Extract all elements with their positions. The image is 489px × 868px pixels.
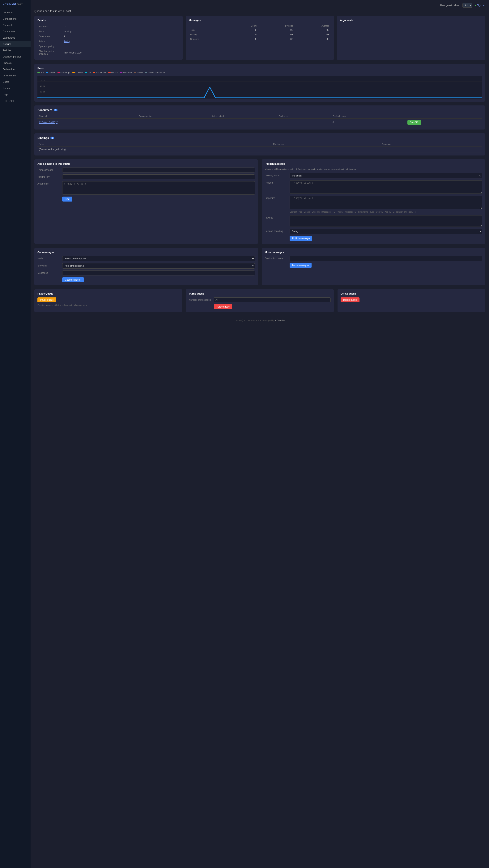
get-messages-card: Get messages Mode Reject and Requeue Ack… — [34, 248, 258, 285]
sidebar-item-operator-policies[interactable]: Operator policies — [0, 54, 31, 60]
messages-count-label: Messages — [37, 271, 60, 274]
consumer-tag: c — [137, 119, 211, 126]
msg-col-count: Count — [229, 24, 258, 28]
sidebar-item-logs[interactable]: Logs — [0, 91, 31, 98]
msg-ready-count: 0 — [229, 32, 258, 37]
sidebar-item-queues[interactable]: Queues — [0, 41, 31, 47]
delivery-mode-select[interactable]: Persistent Non-persistent — [289, 173, 482, 178]
bind-button[interactable]: Bind — [62, 196, 72, 202]
routing-key-input[interactable] — [62, 175, 255, 179]
sidebar-item-policies[interactable]: Policies — [0, 47, 31, 54]
consumer-prefetch: 0 — [331, 119, 406, 126]
payload-row: Payload — [265, 215, 482, 227]
arguments-card: Arguments — [337, 16, 485, 60]
sidebar-item-channels[interactable]: Channels — [0, 22, 31, 28]
payload-textarea[interactable] — [289, 215, 482, 227]
purge-queue-card: Purge queue Number of messages Purge que… — [186, 289, 334, 312]
details-policy-label: Policy — [38, 39, 63, 44]
msg-ready-average: 0B — [295, 32, 331, 37]
legend-get-dot — [85, 72, 87, 73]
mode-row: Mode Reject and Requeue Ack Nack — [37, 256, 255, 261]
purge-queue-button[interactable]: Purge queue — [214, 304, 232, 309]
consumers-col-action — [406, 114, 482, 119]
dest-queue-input[interactable] — [289, 256, 482, 261]
dest-queue-row: Destination queue — [265, 256, 482, 261]
encoding-select[interactable]: Auto string/base64 Base64 String — [62, 263, 255, 269]
consumers-table: Channel Consumer tag Ack required Exclus… — [37, 114, 482, 126]
mode-select[interactable]: Reject and Requeue Ack Nack — [62, 256, 255, 261]
header-bar: User guest vhost: All Sign out — [34, 3, 485, 8]
properties-row: Properties Content Type | Content Encodi… — [265, 196, 482, 214]
svg-text:20: 20 — [40, 85, 45, 87]
sign-out-button[interactable]: Sign out — [475, 4, 485, 7]
msg-unacked-label: Unacked — [189, 37, 229, 41]
from-exchange-input[interactable] — [62, 167, 255, 173]
payload-encoding-select[interactable]: String Base64 — [289, 229, 482, 234]
arguments-label: Arguments — [37, 181, 60, 185]
user-value: guest — [446, 4, 452, 7]
legend-publish-label: Publish — [111, 71, 118, 74]
add-binding-title: Add a binding to this queue — [37, 162, 255, 165]
binding-routing-key — [272, 147, 380, 152]
delete-queue-title: Delete queue — [341, 292, 482, 295]
binding-row: (Default exchange binding) — [37, 147, 482, 152]
messages-count-input[interactable]: 1 — [62, 271, 255, 275]
purge-num-input[interactable] — [214, 298, 331, 302]
legend-publish: Publish — [108, 71, 118, 74]
encoding-row: Encoding Auto string/base64 Base64 Strin… — [37, 263, 255, 269]
sidebar-item-nodes[interactable]: Nodes — [0, 85, 31, 91]
legend-reject: Reject — [134, 71, 143, 74]
bindings-col-arguments: Arguments — [380, 142, 482, 147]
publish-button[interactable]: Publish message — [289, 236, 312, 241]
msg-unacked-count: 0 — [229, 37, 258, 41]
consumer-cancel-button[interactable]: CANCEL — [407, 120, 421, 125]
app-version: v2.1.0 — [18, 3, 23, 5]
publish-title: Publish message — [265, 162, 482, 165]
arguments-textarea[interactable] — [62, 181, 255, 195]
sidebar-item-virtual-hosts[interactable]: Virtual hosts — [0, 72, 31, 79]
pause-queue-button[interactable]: Pause queue — [37, 298, 56, 302]
purge-queue-title: Purge queue — [189, 292, 331, 295]
vhost-select[interactable]: All — [462, 3, 472, 8]
details-policy-link[interactable]: Policy — [64, 40, 70, 43]
details-state-value: running — [63, 29, 179, 34]
consumer-channel-link[interactable]: 127.0.0.1:58427[1] — [39, 121, 58, 124]
msg-ready-bytesize: 0B — [258, 32, 295, 37]
binding-arguments — [380, 147, 482, 152]
headers-textarea[interactable] — [289, 180, 482, 194]
sidebar-item-http-api[interactable]: HTTP API — [0, 98, 31, 104]
consumers-col-channel: Channel — [37, 114, 137, 119]
mode-label: Mode — [37, 256, 60, 260]
messages-count-row: Messages 1 — [37, 271, 255, 275]
sidebar: LAVINMQ v2.1.0 Overview Connections Chan… — [0, 0, 31, 868]
consumers-badge: 1 — [54, 109, 58, 112]
legend-redeliver: Redeliver — [120, 71, 132, 74]
msg-col-average: Average — [295, 24, 331, 28]
legend-publish-dot — [108, 72, 111, 73]
sidebar-item-shovels[interactable]: Shovels — [0, 60, 31, 66]
payload-encoding-label: Payload encoding — [265, 229, 288, 232]
details-state-label: State — [38, 29, 63, 34]
pause-queue-title: Pause Queue — [37, 292, 179, 295]
legend-get-no-ack-label: Get no ack — [96, 71, 106, 74]
svg-text:10: 10 — [40, 91, 45, 93]
sidebar-item-overview[interactable]: Overview — [0, 9, 31, 16]
sidebar-item-users[interactable]: Users — [0, 79, 31, 85]
details-consumers-value: 1 — [63, 34, 179, 39]
msg-col-label — [189, 24, 229, 28]
sidebar-item-consumers[interactable]: Consumers — [0, 28, 31, 35]
delete-queue-button[interactable]: Delete queue — [341, 298, 360, 302]
move-messages-button[interactable]: Move messages — [289, 263, 311, 268]
get-messages-button[interactable]: Get message(s) — [62, 277, 84, 282]
sidebar-item-exchanges[interactable]: Exchanges — [0, 35, 31, 41]
sidebar-item-connections[interactable]: Connections — [0, 16, 31, 22]
legend-confirm-label: Confirm — [75, 71, 83, 74]
details-op-policy-label: Operator policy — [38, 44, 63, 49]
properties-textarea[interactable] — [289, 196, 482, 209]
get-messages-title: Get messages — [37, 251, 255, 254]
consumer-exclusive: ○ — [277, 119, 331, 126]
binding-from: (Default exchange binding) — [37, 147, 272, 152]
sidebar-item-federation[interactable]: Federation — [0, 66, 31, 72]
properties-hint: Content Type | Content Encoding | Messag… — [289, 210, 482, 214]
user-label: User guest — [440, 4, 452, 7]
